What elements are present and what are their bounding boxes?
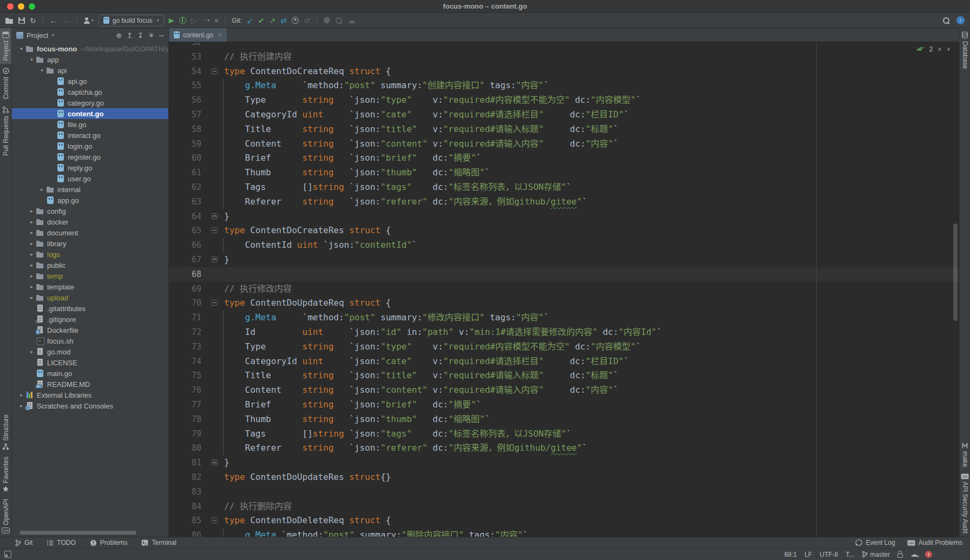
code-line-75[interactable]: 75 Title string `json:"title" v:"require… <box>169 368 959 383</box>
tree-item-library[interactable]: ▸library <box>12 238 168 249</box>
tree-item-logs[interactable]: ▸logs <box>12 249 168 260</box>
tool-button-event-log[interactable]: Event Log <box>855 539 895 546</box>
tool-window-button-make[interactable]: make <box>960 439 970 470</box>
tool-window-button-database[interactable]: Database <box>960 28 970 72</box>
run-with-coverage-icon[interactable]: ▷ <box>191 17 197 24</box>
fold-close-marker[interactable] <box>208 456 224 470</box>
fold-open-marker[interactable] <box>208 296 224 311</box>
cloud-icon[interactable]: ☁ <box>348 16 356 24</box>
code-line-52[interactable]: 52 <box>169 42 959 50</box>
previous-problem-icon[interactable]: ∧ <box>938 46 941 52</box>
tree-item-template[interactable]: ▸template <box>12 281 168 292</box>
caret-position[interactable]: 68:1 <box>784 551 797 558</box>
tool-button-audit-problems[interactable]: APIAudit Problems <box>907 539 962 546</box>
tree-item-api[interactable]: ▾api <box>12 65 168 76</box>
chevron-down-icon[interactable]: ▾ <box>51 32 54 38</box>
code-line-64[interactable]: 64} <box>169 209 959 224</box>
history-icon[interactable] <box>292 17 299 24</box>
chevron-right-icon[interactable]: ▸ <box>38 187 46 192</box>
tree-item-login.go[interactable]: login.go <box>12 141 168 151</box>
chevron-right-icon[interactable]: ▸ <box>17 403 25 409</box>
collapse-all-icon[interactable]: ↧ <box>137 31 143 39</box>
chevron-right-icon[interactable]: ▸ <box>28 208 36 214</box>
save-all-icon[interactable] <box>18 17 25 24</box>
profiler-menu[interactable]: ◔ ▾ <box>202 17 209 24</box>
truncated-widget[interactable]: T... <box>846 551 854 558</box>
tree-item-app[interactable]: ▾app <box>12 54 168 65</box>
code-line-84[interactable]: 84// 执行删除内容 <box>169 499 959 514</box>
sync-icon[interactable]: ↻ <box>30 17 36 24</box>
tool-button-terminal[interactable]: Terminal <box>141 539 176 546</box>
chevron-right-icon[interactable]: ▸ <box>28 262 36 268</box>
git-push-icon[interactable]: ↗ <box>269 17 276 24</box>
code-line-61[interactable]: 61 Thumb string `json:"thumb" dc:"缩略图"` <box>169 166 959 180</box>
tool-window-button-api-security-audit[interactable]: APIAPI Security Audit <box>960 470 970 537</box>
next-problem-icon[interactable]: ∨ <box>947 46 951 52</box>
tool-button-todo[interactable]: TODO <box>47 539 75 546</box>
tree-item-internal[interactable]: ▸internal <box>12 184 168 195</box>
code-line-70[interactable]: 70type ContentDoUpdateReq struct { <box>169 296 959 311</box>
tree-item-docker[interactable]: ▸docker <box>12 216 168 227</box>
file-encoding[interactable]: UTF-8 <box>820 551 838 558</box>
code-line-58[interactable]: 58 Title string `json:"title" v:"require… <box>169 122 959 137</box>
code-line-78[interactable]: 78 Thumb string `json:"thumb" dc:"缩略图"` <box>169 412 959 427</box>
code-line-63[interactable]: 63 Referer string `json:"referer" dc:"内容… <box>169 195 959 209</box>
code-line-80[interactable]: 80 Referer string `json:"referer" dc:"内容… <box>169 441 959 456</box>
editor-vertical-scrollbar[interactable] <box>953 223 958 321</box>
line-separator[interactable]: LF <box>804 551 812 558</box>
close-icon[interactable]: ✕ <box>218 32 222 38</box>
tool-button-git[interactable]: Git <box>15 539 32 546</box>
tree-item-external-libraries[interactable]: ▸External Libraries <box>12 390 168 400</box>
run-configuration-select[interactable]: go build focus ▾ <box>99 15 164 27</box>
chevron-down-icon[interactable]: ▾ <box>38 68 46 73</box>
code-line-71[interactable]: 71 g.Meta `method:"post" summary:"修改内容接口… <box>169 311 959 325</box>
tree-item-user.go[interactable]: user.go <box>12 173 168 184</box>
chevron-down-icon[interactable]: ▾ <box>28 57 36 62</box>
open-icon[interactable] <box>5 17 14 24</box>
fold-open-marker[interactable] <box>208 513 224 528</box>
tool-window-button-openapi[interactable]: OpenAPIAPI <box>0 496 11 537</box>
tree-item-public[interactable]: ▸public <box>12 260 168 271</box>
chevron-right-icon[interactable]: ▸ <box>28 219 36 225</box>
chevron-right-icon[interactable]: ▸ <box>28 295 36 300</box>
fold-close-marker[interactable] <box>208 253 224 267</box>
tool-window-button-favorites[interactable]: Favorites <box>0 453 11 496</box>
code-line-69[interactable]: 69// 执行修改内容 <box>169 282 959 297</box>
tool-window-toggle-icon[interactable] <box>4 551 11 558</box>
code-line-59[interactable]: 59 Content string `json:"content" v:"req… <box>169 137 959 151</box>
code-line-82[interactable]: 82type ContentDoUpdateRes struct{} <box>169 470 959 485</box>
locate-file-icon[interactable]: ⊕ <box>116 31 122 39</box>
search-database-icon[interactable] <box>335 17 343 24</box>
chevron-right-icon[interactable]: ▸ <box>28 349 36 354</box>
code-line-77[interactable]: 77 Brief string `json:"brief" dc:"摘要"` <box>169 398 959 412</box>
chevron-right-icon[interactable]: ▸ <box>17 392 25 398</box>
rollback-icon[interactable]: ↺ <box>304 17 310 24</box>
tree-item-config[interactable]: ▸config <box>12 206 168 216</box>
tool-window-button-project[interactable]: Project <box>0 28 11 64</box>
tree-item-.gitignore[interactable]: .gitignore <box>12 314 168 325</box>
git-branch-widget[interactable]: master <box>862 551 890 558</box>
code-line-86[interactable]: 86 g.Meta `method:"post" summary:"删除内容接口… <box>169 528 959 537</box>
code-line-62[interactable]: 62 Tags []string `json:"tags" dc:"标签名称列表… <box>169 180 959 195</box>
code-line-85[interactable]: 85type ContentDoDeleteReq struct { <box>169 513 959 528</box>
debug-button[interactable] <box>179 17 186 24</box>
code-line-65[interactable]: 65type ContentDoCreateRes struct { <box>169 223 959 238</box>
git-update-icon[interactable]: ↙ <box>247 17 253 24</box>
search-everywhere-icon[interactable] <box>942 17 950 24</box>
code-line-73[interactable]: 73 Type string `json:"type" v:"required#… <box>169 340 959 354</box>
forward-icon[interactable]: → <box>62 17 70 24</box>
tree-item-app.go[interactable]: app.go <box>12 195 168 206</box>
tree-item-document[interactable]: ▸document <box>12 227 168 238</box>
stop-icon[interactable]: ■ <box>214 17 218 24</box>
tree-item-interact.go[interactable]: interact.go <box>12 130 168 141</box>
fold-open-marker[interactable] <box>208 223 224 238</box>
tree-item-content.go[interactable]: content.go <box>12 108 168 119</box>
hide-panel-icon[interactable]: ─ <box>159 31 164 39</box>
tree-item-register.go[interactable]: register.go <box>12 151 168 162</box>
code-line-56[interactable]: 56 Type string `json:"type" v:"required#… <box>169 93 959 108</box>
chevron-right-icon[interactable]: ▸ <box>28 273 36 279</box>
tree-item-temp[interactable]: ▸temp <box>12 271 168 281</box>
profile-menu[interactable]: ▾ <box>83 17 94 24</box>
code-line-60[interactable]: 60 Brief string `json:"brief" dc:"摘要"` <box>169 151 959 166</box>
tree-item-api.go[interactable]: api.go <box>12 76 168 87</box>
